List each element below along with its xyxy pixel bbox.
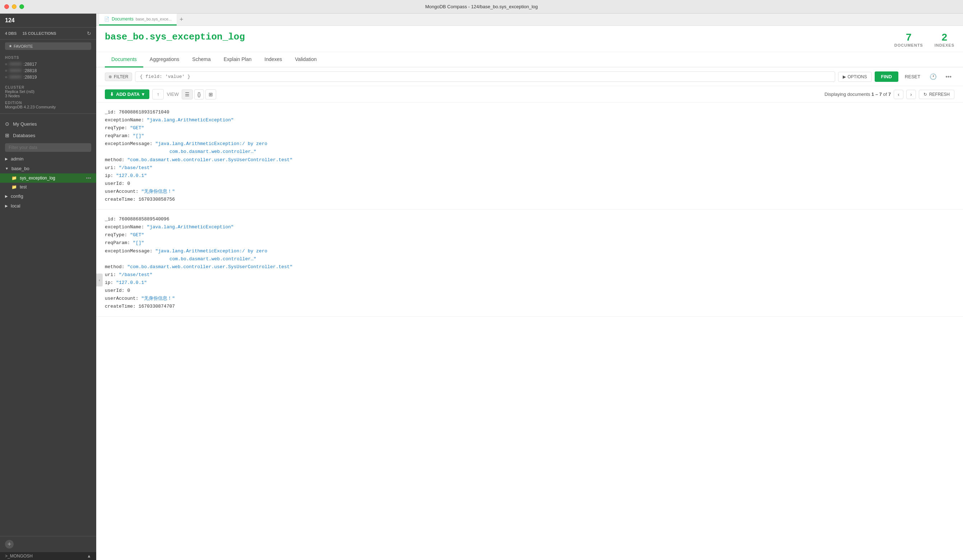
list-view-button[interactable]: ☰ bbox=[182, 89, 193, 99]
favorite-button[interactable]: ★ FAVORITE bbox=[5, 42, 91, 50]
sidebar-counts: 4 DBS 15 COLLECTIONS bbox=[5, 31, 57, 36]
refresh-label: REFRESH bbox=[929, 92, 950, 97]
sidebar-item-databases[interactable]: ⊞ Databases bbox=[0, 129, 96, 141]
db-header-admin[interactable]: ▶ admin bbox=[0, 154, 96, 164]
divider bbox=[0, 113, 96, 114]
more-options-button[interactable]: ••• bbox=[942, 71, 954, 82]
json-view-button[interactable]: {} bbox=[194, 89, 204, 99]
db-header-local[interactable]: ▶ local bbox=[0, 201, 96, 211]
filter-dot bbox=[109, 75, 112, 78]
db-section-admin: ▶ admin bbox=[0, 154, 96, 164]
cluster-label: CLUSTER bbox=[5, 86, 91, 89]
tab-documents[interactable]: 📄 Documents base_bo.sys_exce... bbox=[99, 14, 177, 26]
find-button[interactable]: FIND bbox=[875, 71, 898, 82]
prev-page-button[interactable]: ‹ bbox=[894, 90, 903, 99]
host-dot-2 bbox=[5, 70, 7, 72]
filter-input[interactable] bbox=[5, 143, 91, 152]
minimize-btn[interactable] bbox=[12, 4, 16, 9]
titlebar: MongoDB Compass - 124/base_bo.sys_except… bbox=[0, 0, 963, 14]
nav-queries-label: My Queries bbox=[13, 121, 37, 127]
db-name-base-bo: base_bo bbox=[11, 166, 29, 171]
next-page-button[interactable]: › bbox=[906, 90, 916, 99]
edition-name: MongoDB 4.2.23 Community bbox=[5, 105, 91, 109]
refresh-button[interactable]: ↻ REFRESH bbox=[919, 90, 954, 99]
add-data-label: ADD DATA bbox=[116, 92, 140, 97]
host-port-3: :28819 bbox=[24, 74, 37, 80]
options-label: OPTIONS bbox=[847, 74, 867, 79]
db-header-config[interactable]: ▶ config bbox=[0, 191, 96, 201]
cluster-name: Replica Set (rs0) bbox=[5, 89, 91, 94]
page-range: 1 – 7 bbox=[871, 92, 883, 97]
collection-more-icon[interactable]: ••• bbox=[86, 175, 91, 181]
tab-collection-name: base_bo.sys_exce... bbox=[136, 17, 172, 21]
table-view-button[interactable]: ⊞ bbox=[205, 89, 216, 99]
host-item-2: •••••••• :28818 bbox=[0, 68, 96, 74]
sidebar-collapse-button[interactable]: ‹ bbox=[96, 274, 103, 286]
collection-item-sys-exception-log[interactable]: 📁 sys_exception_log ••• bbox=[0, 173, 96, 183]
tab-indexes[interactable]: Indexes bbox=[258, 52, 289, 68]
queries-icon: ⊙ bbox=[5, 121, 9, 127]
chevron-right-icon: ▶ bbox=[5, 157, 8, 161]
history-button[interactable]: 🕐 bbox=[927, 71, 940, 82]
db-name-admin: admin bbox=[11, 156, 23, 162]
export-button[interactable]: ↑ bbox=[152, 89, 164, 99]
add-tab-button[interactable]: + bbox=[177, 15, 186, 25]
tab-validation[interactable]: Validation bbox=[289, 52, 323, 68]
nav-databases-label: Databases bbox=[13, 133, 35, 138]
tab-documents-sub[interactable]: Documents bbox=[105, 52, 143, 68]
chevron-right-icon-config: ▶ bbox=[5, 194, 8, 198]
mongosh-expand-icon: ▲ bbox=[87, 554, 91, 558]
doc-field-2: _id: 760088685889540096 exceptionName: "… bbox=[105, 215, 954, 311]
host-dot-3 bbox=[5, 76, 7, 78]
tab-aggregations[interactable]: Aggregations bbox=[143, 52, 186, 68]
document-card-2: _id: 760088685889540096 exceptionName: "… bbox=[96, 210, 963, 317]
host-address-2: •••••••• bbox=[9, 68, 21, 73]
collection-item-left: 📁 sys_exception_log bbox=[11, 176, 55, 181]
db-name-local: local bbox=[11, 203, 21, 209]
indexes-count: 2 bbox=[935, 32, 954, 43]
collections-count: 15 COLLECTIONS bbox=[22, 31, 56, 36]
displaying-text: Displaying documents 1 – 7 of 7 bbox=[824, 92, 891, 97]
filter-badge: FILTER bbox=[105, 73, 132, 81]
tab-schema[interactable]: Schema bbox=[186, 52, 217, 68]
collection-header: base_bo.sys_exception_log 7 DOCUMENTS 2 … bbox=[96, 26, 963, 52]
window-controls bbox=[4, 4, 24, 9]
host-address-1: •••••••• bbox=[9, 62, 21, 67]
view-icons: ☰ {} ⊞ bbox=[182, 89, 216, 99]
filter-toolbar: FILTER ▶ OPTIONS FIND RESET 🕐 ••• bbox=[96, 68, 963, 86]
cluster-info: CLUSTER Replica Set (rs0) 3 Nodes EDITIO… bbox=[0, 81, 96, 112]
filter-query-input[interactable] bbox=[135, 71, 835, 82]
host-dot-1 bbox=[5, 63, 7, 65]
host-port-2: :28818 bbox=[24, 68, 37, 73]
folder-icon-test: 📁 bbox=[11, 185, 17, 189]
db-header-base-bo[interactable]: ▼ base_bo bbox=[0, 164, 96, 173]
mongosh-label: >_MONGOSH bbox=[5, 554, 33, 558]
refresh-icon[interactable]: ↻ bbox=[87, 31, 91, 36]
mongosh-bar[interactable]: >_MONGOSH ▲ bbox=[0, 552, 96, 560]
filter-label: FILTER bbox=[114, 74, 128, 79]
reset-button[interactable]: RESET bbox=[901, 72, 924, 81]
add-database-button[interactable]: + bbox=[5, 540, 14, 549]
db-section-base-bo: ▼ base_bo 📁 sys_exception_log ••• 📁 test bbox=[0, 164, 96, 191]
document-area: _id: 760088618931671040 exceptionName: "… bbox=[96, 103, 963, 560]
maximize-btn[interactable] bbox=[19, 4, 24, 9]
chevron-down-icon: ▼ bbox=[5, 167, 9, 170]
collection-item-test[interactable]: 📁 test bbox=[0, 183, 96, 191]
host-item-1: •••••••• :28817 bbox=[0, 61, 96, 68]
data-toolbar-left: ⬇ ADD DATA ▾ ↑ VIEW ☰ {} ⊞ bbox=[105, 89, 216, 99]
tab-explain-plan[interactable]: Explain Plan bbox=[217, 52, 258, 68]
close-btn[interactable] bbox=[4, 4, 9, 9]
tab-bar: 📄 Documents base_bo.sys_exce... + bbox=[96, 14, 963, 26]
collection-title: base_bo.sys_exception_log bbox=[105, 32, 245, 42]
options-button[interactable]: ▶ OPTIONS bbox=[838, 72, 871, 82]
options-triangle-icon: ▶ bbox=[843, 74, 846, 79]
tab-documents-label: Documents bbox=[112, 16, 134, 21]
document-card-1: _id: 760088618931671040 exceptionName: "… bbox=[96, 103, 963, 210]
sidebar-meta: 4 DBS 15 COLLECTIONS ↻ bbox=[0, 28, 96, 39]
add-data-button[interactable]: ⬇ ADD DATA ▾ bbox=[105, 89, 149, 99]
sidebar-item-my-queries[interactable]: ⊙ My Queries bbox=[0, 118, 96, 129]
download-icon: ⬇ bbox=[110, 92, 114, 97]
chevron-down-small-icon: ▾ bbox=[142, 92, 144, 97]
stat-indexes: 2 INDEXES bbox=[935, 32, 954, 47]
refresh-icon-btn: ↻ bbox=[924, 92, 927, 97]
